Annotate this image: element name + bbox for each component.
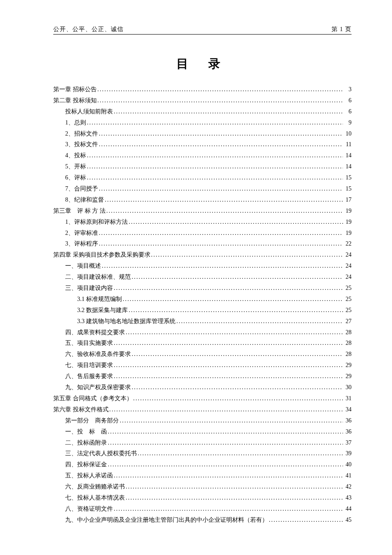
toc-leader-dots <box>97 84 343 95</box>
toc-entry-page: 29 <box>343 360 352 371</box>
toc-entry[interactable]: 第三章 评 标 方 法19 <box>53 205 352 217</box>
toc-entry-label: 2、评审标准 <box>65 228 98 239</box>
toc-entry-page: 25 <box>343 294 352 305</box>
toc-leader-dots <box>101 260 343 272</box>
toc-entry-label: 八、售后服务要求 <box>65 371 113 382</box>
toc-leader-dots <box>137 448 343 459</box>
toc-entry-page: 44 <box>343 503 352 515</box>
toc-leader-dots <box>176 316 343 327</box>
toc-entry[interactable]: 三、法定代表人授权委托书39 <box>53 448 352 459</box>
toc-leader-dots <box>131 349 343 360</box>
toc-entry[interactable]: 七、项目培训要求29 <box>53 360 352 371</box>
toc-entry[interactable]: 3.3 建筑物与地名地址数据库管理系统27 <box>53 316 352 327</box>
toc-entry-label: 3.2 数据采集与建库 <box>77 305 128 316</box>
toc-entry[interactable]: 一、项目概述24 <box>53 260 352 272</box>
toc-entry[interactable]: 第四章 采购项目技术参数及采购要求24 <box>53 249 352 260</box>
toc-entry-page: 36 <box>343 415 352 426</box>
toc-leader-dots <box>97 95 343 106</box>
toc-leader-dots <box>113 338 343 349</box>
toc-entry[interactable]: 九、知识产权及保密要求30 <box>53 382 352 393</box>
toc-leader-dots <box>113 503 343 515</box>
toc-entry-page: 19 <box>343 205 352 217</box>
toc-entry-label: 2、招标文件 <box>65 128 98 139</box>
toc-entry[interactable]: 八、资格证明文件44 <box>53 503 352 515</box>
toc-entry-label: 3、评标程序 <box>65 238 98 249</box>
toc-leader-dots <box>131 382 343 393</box>
toc-entry[interactable]: 投标人须知前附表6 <box>53 106 352 117</box>
toc-entry[interactable]: 第六章 投标文件格式34 <box>53 404 352 415</box>
page-header: 公开、公平、公正、诚信 第 1 页 <box>53 26 352 35</box>
toc-entry[interactable]: 第一章 招标公告3 <box>53 84 352 95</box>
toc-entry-page: 24 <box>343 272 352 283</box>
toc-entry-label: 8、纪律和监督 <box>65 194 104 205</box>
toc-leader-dots <box>86 150 343 161</box>
toc-entry[interactable]: 7、合同授予15 <box>53 183 352 194</box>
toc-leader-dots <box>107 426 343 437</box>
toc-entry[interactable]: 2、评审标准19 <box>53 228 352 239</box>
toc-leader-dots <box>98 128 343 139</box>
toc-entry[interactable]: 一、投 标 函36 <box>53 426 352 437</box>
toc-entry[interactable]: 5、开标14 <box>53 161 352 172</box>
toc-entry-label: 4、投标 <box>65 150 86 161</box>
toc-leader-dots <box>98 228 343 239</box>
toc-entry[interactable]: 四、成果资料提交要求28 <box>53 327 352 338</box>
toc-entry[interactable]: 3、评标程序22 <box>53 238 352 249</box>
toc-entry-page: 30 <box>343 382 352 393</box>
toc-entry-page: 24 <box>343 249 352 260</box>
toc-entry[interactable]: 二、项目建设标准、规范24 <box>53 272 352 283</box>
toc-entry[interactable]: 第五章 合同格式（参考文本）31 <box>53 393 352 404</box>
toc-entry[interactable]: 3、投标文件11 <box>53 139 352 150</box>
toc-leader-dots <box>113 470 343 481</box>
toc-leader-dots <box>104 194 343 205</box>
toc-leader-dots <box>86 117 343 128</box>
toc-entry-page: 41 <box>343 470 352 481</box>
toc-entry[interactable]: 第二章 投标须知6 <box>53 95 352 106</box>
toc-entry-page: 25 <box>343 305 352 316</box>
toc-entry[interactable]: 8、纪律和监督17 <box>53 194 352 205</box>
toc-entry[interactable]: 三、项目建设内容25 <box>53 283 352 294</box>
toc-entry-page: 3 <box>343 84 352 95</box>
toc-entry-page: 31 <box>343 393 352 404</box>
toc-entry[interactable]: 八、售后服务要求29 <box>53 371 352 382</box>
toc-entry-page: 45 <box>343 515 352 526</box>
toc-entry-label: 5、开标 <box>65 161 86 172</box>
toc-entry[interactable]: 六、反商业贿赂承诺书42 <box>53 481 352 492</box>
toc-entry[interactable]: 第一部分 商务部分36 <box>53 415 352 426</box>
toc-entry-label: 1、总则 <box>65 117 86 128</box>
toc-entry[interactable]: 九、中小企业声明函及企业注册地主管部门出具的中小企业证明材料（若有）45 <box>53 515 352 526</box>
toc-leader-dots <box>86 172 343 183</box>
toc-entry[interactable]: 七、投标人基本情况表43 <box>53 492 352 503</box>
toc-entry-page: 19 <box>343 228 352 239</box>
toc-entry[interactable]: 2、招标文件10 <box>53 128 352 139</box>
toc-entry[interactable]: 1、总则9 <box>53 117 352 128</box>
toc-entry[interactable]: 六、验收标准及条件要求28 <box>53 349 352 360</box>
toc-entry[interactable]: 五、项目实施要求28 <box>53 338 352 349</box>
toc-leader-dots <box>113 106 343 117</box>
toc-entry[interactable]: 6、评标15 <box>53 172 352 183</box>
toc-entry-label: 三、项目建设内容 <box>65 283 113 294</box>
toc-entry-page: 15 <box>343 183 352 194</box>
toc-entry-page: 19 <box>343 217 352 228</box>
toc-entry-page: 14 <box>343 161 352 172</box>
toc-entry[interactable]: 4、投标14 <box>53 150 352 161</box>
toc-entry-label: 八、资格证明文件 <box>65 503 113 515</box>
toc-entry-page: 11 <box>343 139 352 150</box>
toc-entry[interactable]: 1、评标原则和评标方法19 <box>53 217 352 228</box>
toc-entry[interactable]: 四、投标保证金40 <box>53 459 352 470</box>
header-left-text: 公开、公平、公正、诚信 <box>53 26 124 33</box>
toc-entry[interactable]: 3.2 数据采集与建库25 <box>53 305 352 316</box>
toc-entry-page: 28 <box>343 349 352 360</box>
toc-entry-label: 六、验收标准及条件要求 <box>65 349 131 360</box>
toc-entry-page: 39 <box>343 448 352 459</box>
toc-entry[interactable]: 二、投标函附录37 <box>53 437 352 448</box>
toc-title: 目 录 <box>53 56 352 72</box>
toc-entry-page: 34 <box>343 404 352 415</box>
toc-entry-label: 第四章 采购项目技术参数及采购要求 <box>53 249 150 260</box>
toc-leader-dots <box>98 139 343 150</box>
toc-entry[interactable]: 五、投标人承诺函41 <box>53 470 352 481</box>
toc-entry[interactable]: 3.1 标准规范编制25 <box>53 294 352 305</box>
toc-entry-page: 27 <box>343 316 352 327</box>
toc-entry-page: 9 <box>343 117 352 128</box>
toc-entry-page: 15 <box>343 172 352 183</box>
toc-entry-label: 九、中小企业声明函及企业注册地主管部门出具的中小企业证明材料（若有） <box>65 515 268 526</box>
